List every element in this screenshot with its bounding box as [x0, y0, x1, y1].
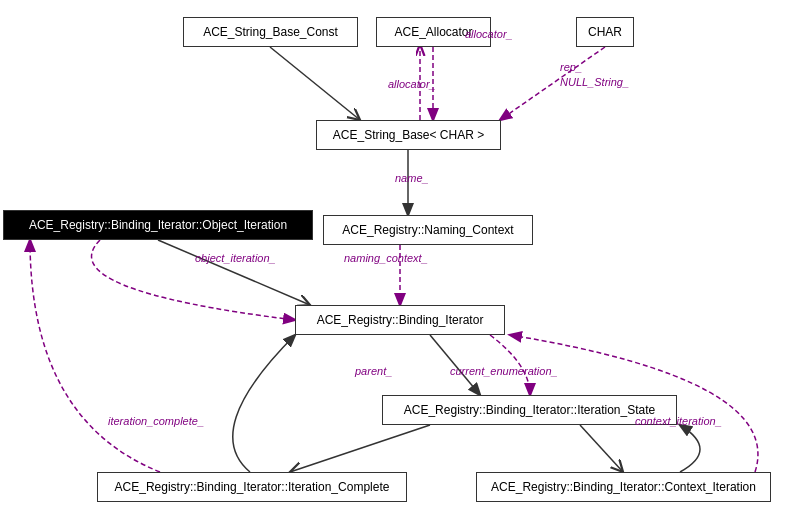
node-ace-string-base-const: ACE_String_Base_Const [183, 17, 358, 47]
edge-label-parent: parent_ [355, 365, 392, 377]
node-ace-registry-binding-iterator-iteration-complete: ACE_Registry::Binding_Iterator::Iteratio… [97, 472, 407, 502]
node-ace-registry-binding-iterator-context-iteration: ACE_Registry::Binding_Iterator::Context_… [476, 472, 771, 502]
svg-line-8 [158, 240, 310, 305]
node-char: CHAR [576, 17, 634, 47]
node-ace-registry-naming-context: ACE_Registry::Naming_Context [323, 215, 533, 245]
svg-line-5 [270, 47, 360, 120]
edge-label-naming-context: naming_context_ [344, 252, 428, 264]
node-ace-registry-binding-iterator: ACE_Registry::Binding_Iterator [295, 305, 505, 335]
edge-label-rep-null-string: rep_ NULL_String_ [560, 60, 629, 91]
edge-label-name: name_ [395, 172, 429, 184]
edge-label-context-iteration: context_iteration_ [635, 415, 722, 427]
edge-label-iteration-complete: iteration_complete_ [108, 415, 204, 427]
diagram-container: CHAR ACE_String_Base_Const ACE_Allocator… [0, 0, 798, 515]
edge-label-current-enumeration: current_enumeration_ [450, 365, 558, 377]
edge-label-allocator2: allocator_ [388, 78, 436, 90]
node-ace-registry-binding-iterator-object: ACE_Registry::Binding_Iterator::Object_I… [3, 210, 313, 240]
svg-line-11 [580, 425, 623, 472]
node-ace-registry-binding-iterator-iteration-state: ACE_Registry::Binding_Iterator::Iteratio… [382, 395, 677, 425]
node-ace-string-base: ACE_String_Base< CHAR > [316, 120, 501, 150]
edge-label-allocator1: allocator_ [465, 28, 513, 40]
edge-label-object-iteration: object_iteration_ [195, 252, 276, 264]
svg-line-10 [290, 425, 430, 472]
